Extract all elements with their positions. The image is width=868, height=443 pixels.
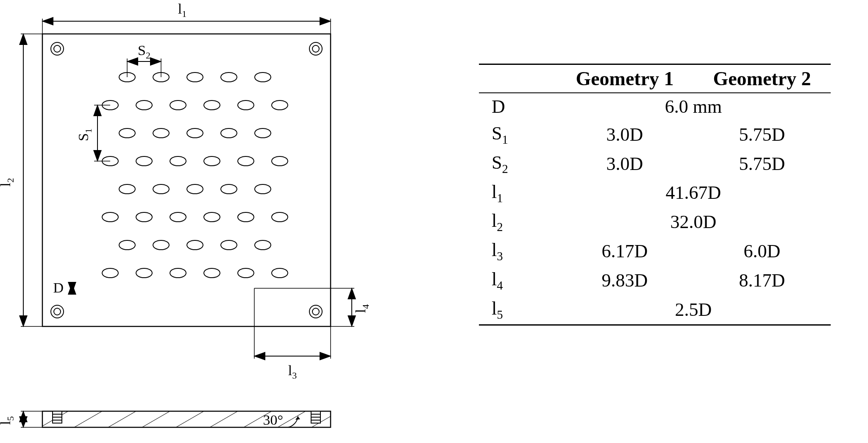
svg-point-16 (312, 308, 319, 315)
dim-s1: S1 (75, 105, 110, 161)
hole-array (102, 72, 288, 278)
svg-point-28 (119, 128, 135, 138)
dim-s2: S2 (127, 42, 161, 77)
svg-rect-79 (42, 411, 331, 427)
svg-point-43 (255, 184, 271, 194)
svg-point-55 (102, 268, 118, 278)
svg-text:S2: S2 (138, 42, 150, 61)
svg-point-45 (136, 212, 152, 222)
svg-point-35 (170, 156, 186, 166)
svg-point-53 (221, 240, 237, 250)
svg-point-56 (136, 268, 152, 278)
table-row-label: l2 (479, 207, 556, 237)
svg-point-47 (204, 212, 220, 222)
svg-point-34 (136, 156, 152, 166)
dim-l3: l3 (254, 288, 331, 381)
side-view: 30° (42, 411, 331, 428)
plate-outline (42, 34, 331, 326)
table-row-label: l5 (479, 295, 556, 325)
svg-point-25 (204, 100, 220, 110)
svg-text:l4: l4 (353, 304, 371, 313)
svg-point-58 (204, 268, 220, 278)
dim-l1: l1 (42, 1, 331, 34)
svg-text:l5: l5 (0, 416, 16, 425)
dim-l4: l4 (254, 288, 371, 326)
svg-point-32 (255, 128, 271, 138)
table-cell: 5.75D (693, 149, 831, 178)
table-cell: 9.83D (556, 266, 693, 295)
svg-point-38 (272, 156, 288, 166)
svg-text:30°: 30° (263, 412, 283, 428)
svg-point-9 (51, 42, 64, 55)
svg-point-57 (170, 268, 186, 278)
table-row-label: l4 (479, 266, 556, 295)
technical-drawing: l1 l2 S2 (0, 0, 424, 443)
svg-point-24 (170, 100, 186, 110)
svg-point-37 (238, 156, 254, 166)
table-cell: 2.5D (556, 295, 831, 325)
svg-point-41 (187, 184, 203, 194)
svg-point-40 (153, 184, 169, 194)
svg-point-12 (312, 45, 319, 52)
dim-l2: l2 (0, 34, 42, 326)
svg-point-60 (272, 268, 288, 278)
svg-text:l1: l1 (178, 1, 186, 19)
svg-point-49 (272, 212, 288, 222)
table-cell: 3.0D (556, 120, 693, 149)
svg-text:l2: l2 (0, 178, 16, 187)
svg-point-21 (255, 72, 271, 82)
svg-text:D: D (53, 280, 64, 295)
table-row-label: S2 (479, 149, 556, 178)
svg-point-48 (238, 212, 254, 222)
table-cell: 6.0 mm (556, 93, 831, 120)
svg-point-19 (187, 72, 203, 82)
svg-point-39 (119, 184, 135, 194)
table-cell: 3.0D (556, 149, 693, 178)
svg-text:l3: l3 (288, 362, 297, 381)
svg-point-42 (221, 184, 237, 194)
svg-point-36 (204, 156, 220, 166)
svg-point-13 (51, 305, 64, 318)
svg-point-10 (54, 45, 61, 52)
corner-screws (51, 42, 322, 318)
svg-point-50 (119, 240, 135, 250)
svg-point-11 (309, 42, 322, 55)
svg-point-23 (136, 100, 152, 110)
svg-point-59 (238, 268, 254, 278)
svg-point-54 (255, 240, 271, 250)
table-cell: 6.0D (693, 237, 831, 266)
table-cell: 8.17D (693, 266, 831, 295)
table-row-label: l3 (479, 237, 556, 266)
table-header-geom1: Geometry 1 (556, 64, 693, 93)
svg-point-29 (153, 128, 169, 138)
svg-point-14 (54, 308, 61, 315)
svg-point-30 (187, 128, 203, 138)
table-cell: 6.17D (556, 237, 693, 266)
svg-point-15 (309, 305, 322, 318)
table-cell: 5.75D (693, 120, 831, 149)
dim-d: D (53, 280, 72, 295)
svg-point-52 (187, 240, 203, 250)
svg-point-27 (272, 100, 288, 110)
table-header-geom2: Geometry 2 (693, 64, 831, 93)
svg-point-46 (170, 212, 186, 222)
svg-text:S1: S1 (75, 128, 94, 141)
svg-point-20 (221, 72, 237, 82)
geometry-parameter-table: Geometry 1 Geometry 2 D6.0 mmS13.0D5.75D… (479, 64, 831, 326)
svg-point-26 (238, 100, 254, 110)
table-row-label: l1 (479, 178, 556, 208)
svg-point-31 (221, 128, 237, 138)
svg-point-44 (102, 212, 118, 222)
dim-l5: l5 (0, 411, 42, 427)
table-cell: 41.67D (556, 178, 831, 208)
table-cell: 32.0D (556, 207, 831, 237)
table-row-label: S1 (479, 120, 556, 149)
table-row-label: D (479, 93, 556, 120)
svg-point-51 (153, 240, 169, 250)
